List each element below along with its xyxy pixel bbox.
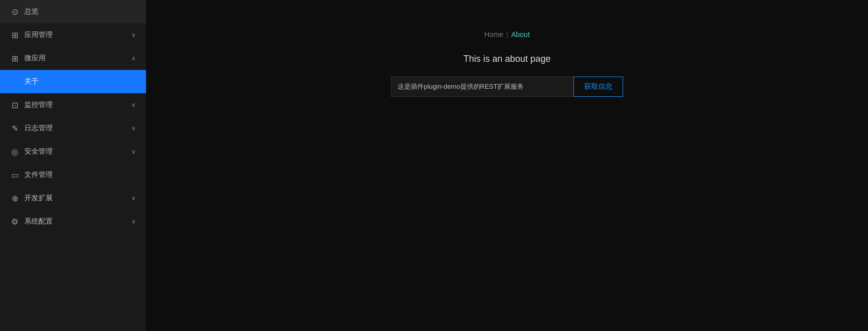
breadcrumb-separator: |	[507, 30, 509, 39]
breadcrumb-home[interactable]: Home	[484, 30, 503, 39]
app-management-icon: ⊞	[10, 30, 19, 40]
sidebar-item-monitor-management[interactable]: ⊡ 监控管理 ∨	[0, 93, 146, 117]
chevron-up-icon: ∧	[131, 55, 136, 62]
sidebar-item-label: 开发扩展	[24, 194, 126, 203]
sidebar-item-about[interactable]: 关于	[0, 70, 146, 93]
sidebar-item-label: 安全管理	[24, 147, 126, 156]
page-title: This is an about page	[463, 54, 551, 64]
sidebar-item-label: 微应用	[24, 54, 126, 63]
fetch-info-button[interactable]: 获取信息	[573, 77, 623, 97]
system-config-icon: ⚙	[10, 217, 19, 226]
content-row: 获取信息	[391, 77, 623, 97]
sidebar: ⊙ 总览 ⊞ 应用管理 ∨ ⊞ 微应用 ∧ 关于 ⊡ 监控管理 ∨ ✎ 日志管理…	[0, 0, 146, 331]
rest-service-input[interactable]	[391, 77, 573, 97]
breadcrumb-current: About	[511, 30, 530, 39]
sidebar-item-dev-extension[interactable]: ⊕ 开发扩展 ∨	[0, 187, 146, 210]
chevron-down-icon: ∨	[131, 125, 136, 132]
sidebar-item-label: 日志管理	[24, 124, 126, 133]
sidebar-item-label: 关于	[10, 77, 136, 86]
sidebar-item-label: 文件管理	[24, 170, 136, 179]
sidebar-item-system-config[interactable]: ⚙ 系统配置 ∨	[0, 210, 146, 233]
dev-icon: ⊕	[10, 194, 19, 203]
log-icon: ✎	[10, 124, 19, 133]
file-icon: ▭	[10, 170, 19, 179]
chevron-down-icon: ∨	[131, 148, 136, 155]
sidebar-item-log-management[interactable]: ✎ 日志管理 ∨	[0, 117, 146, 140]
sidebar-item-label: 系统配置	[24, 217, 126, 226]
monitor-icon: ⊡	[10, 100, 19, 109]
sidebar-item-label: 监控管理	[24, 100, 126, 109]
sidebar-item-security-management[interactable]: ◎ 安全管理 ∨	[0, 140, 146, 163]
overview-icon: ⊙	[10, 7, 19, 16]
sidebar-item-app-management[interactable]: ⊞ 应用管理 ∨	[0, 23, 146, 47]
chevron-down-icon: ∨	[131, 195, 136, 202]
sidebar-item-label: 总览	[24, 7, 136, 16]
sidebar-item-label: 应用管理	[24, 30, 126, 40]
micro-app-icon: ⊞	[10, 54, 19, 63]
sidebar-item-micro-app[interactable]: ⊞ 微应用 ∧	[0, 47, 146, 70]
sidebar-item-file-management[interactable]: ▭ 文件管理	[0, 163, 146, 187]
sidebar-item-overview[interactable]: ⊙ 总览	[0, 0, 146, 23]
chevron-down-icon: ∨	[131, 31, 136, 39]
main-content: Home | About This is an about page 获取信息	[146, 0, 868, 331]
security-icon: ◎	[10, 147, 19, 156]
chevron-down-icon: ∨	[131, 218, 136, 225]
chevron-down-icon: ∨	[131, 101, 136, 108]
breadcrumb: Home | About	[484, 30, 530, 39]
